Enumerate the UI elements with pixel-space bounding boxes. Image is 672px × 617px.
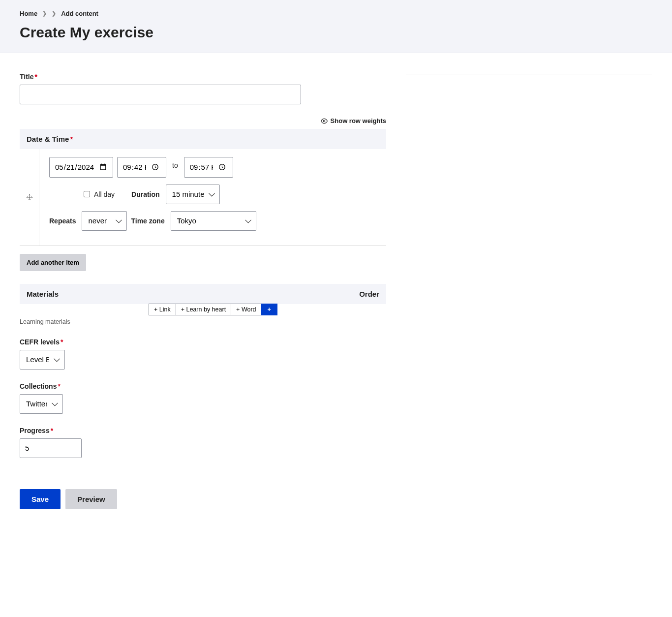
save-button[interactable]: Save <box>20 489 61 509</box>
all-day-checkbox[interactable] <box>84 191 90 197</box>
cefr-select[interactable]: Level B2 <box>20 350 65 370</box>
add-learn-by-heart-button[interactable]: + Learn by heart <box>176 304 231 315</box>
chevron-right-icon: ❯ <box>52 10 56 17</box>
end-time-input[interactable] <box>184 157 233 178</box>
breadcrumb-home[interactable]: Home <box>20 10 37 17</box>
start-date-input[interactable] <box>49 157 113 178</box>
materials-hint: Learning materials <box>20 318 386 325</box>
eye-icon <box>321 118 328 124</box>
duration-select[interactable]: 15 minutes <box>166 185 220 204</box>
progress-input[interactable] <box>20 438 82 458</box>
repeats-label: Repeats <box>49 217 76 225</box>
add-word-button[interactable]: + Word <box>231 304 261 315</box>
datetime-section-header: Date & Time* <box>20 129 386 149</box>
breadcrumb: Home ❯ ❯ Add content <box>20 10 652 17</box>
materials-order-label: Order <box>359 290 379 298</box>
page-title: Create My exercise <box>20 24 652 41</box>
collections-label: Collections* <box>20 382 61 390</box>
all-day-label: All day <box>94 190 115 198</box>
to-label: to <box>172 161 178 169</box>
sidebar-divider <box>406 74 652 74</box>
drag-handle-icon[interactable] <box>26 194 33 201</box>
chevron-right-icon: ❯ <box>42 10 47 17</box>
materials-label: Materials <box>27 290 59 298</box>
repeats-select[interactable]: never <box>82 211 127 231</box>
materials-header: Materials Order <box>20 284 386 304</box>
breadcrumb-add-content: Add content <box>61 10 98 17</box>
show-row-weights-toggle[interactable]: Show row weights <box>321 117 386 124</box>
timezone-select[interactable]: Tokyo <box>171 211 256 231</box>
title-label: Title* <box>20 73 37 81</box>
show-row-weights-label: Show row weights <box>331 117 386 124</box>
duration-label: Duration <box>131 190 160 198</box>
cefr-label: CEFR levels* <box>20 338 63 346</box>
add-more-button[interactable]: + <box>261 304 277 315</box>
timezone-label: Time zone <box>131 217 164 225</box>
start-time-input[interactable] <box>117 157 166 178</box>
add-link-button[interactable]: + Link <box>149 304 176 315</box>
progress-label: Progress* <box>20 427 53 434</box>
add-another-item-button[interactable]: Add another item <box>20 254 86 271</box>
svg-point-0 <box>323 120 325 122</box>
preview-button[interactable]: Preview <box>65 489 117 509</box>
title-input[interactable] <box>20 85 301 104</box>
collections-select[interactable]: Twitter <box>20 394 63 414</box>
